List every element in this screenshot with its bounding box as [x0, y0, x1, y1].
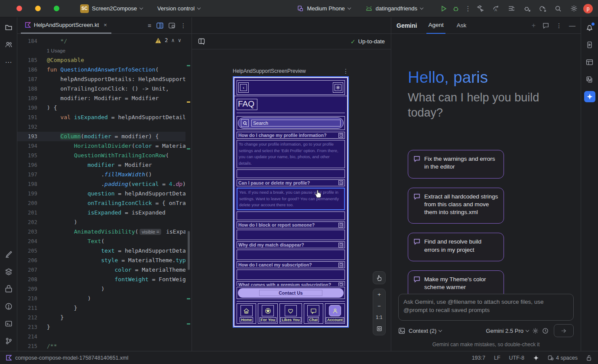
layers-tool-icon[interactable] — [3, 266, 14, 277]
zoom-to-fit-button[interactable] — [377, 326, 382, 332]
expand-icon[interactable] — [338, 180, 343, 185]
resource-manager-icon[interactable] — [584, 74, 595, 85]
inspections-widget[interactable]: 2 ∧ ∨ — [155, 37, 181, 43]
minimize-window-button[interactable] — [35, 6, 41, 11]
faq-answer[interactable] — [237, 270, 345, 280]
suggestion-card[interactable]: Fix the warnings and errors in the edito… — [408, 150, 504, 178]
tab-helpandsupportscreen[interactable]: HelpAndSupportScreen.kt × — [21, 17, 111, 34]
prompt-history-icon[interactable] — [542, 328, 549, 334]
split-editor-icon[interactable] — [156, 23, 163, 29]
chat-history-icon[interactable] — [543, 23, 549, 29]
running-devices-icon[interactable] — [584, 39, 595, 50]
user-avatar[interactable]: p — [583, 4, 593, 13]
new-chat-icon[interactable]: + — [532, 22, 536, 29]
layout-inspector-icon[interactable] — [584, 56, 595, 68]
next-problem-icon[interactable]: ∨ — [178, 37, 181, 43]
faq-question[interactable]: How do I change my profile information? — [237, 132, 345, 139]
file-encoding[interactable]: UTF-8 — [509, 355, 524, 361]
attach-image-icon[interactable] — [398, 328, 405, 334]
expand-icon[interactable] — [338, 133, 343, 138]
close-tab-icon[interactable]: × — [104, 22, 107, 28]
preview-options-kebab-icon[interactable]: ⋮ — [343, 68, 349, 75]
nav-item-home[interactable]: Home — [237, 303, 256, 324]
logcat-icon[interactable] — [505, 3, 517, 15]
expand-icon[interactable] — [338, 263, 343, 267]
maximize-window-button[interactable] — [54, 6, 59, 11]
compose-tool-icon[interactable] — [3, 249, 14, 260]
preview-name[interactable]: HelpAndSupportScreenPreview — [233, 68, 306, 74]
attach-debugger-icon[interactable] — [521, 3, 533, 15]
faq-answer[interactable] — [237, 250, 345, 260]
contact-us-button[interactable]: Contact Us — [238, 288, 344, 298]
run-configuration-selector[interactable]: datingandfriends — [365, 5, 423, 12]
gemini-prompt-input[interactable]: Ask Gemini, use @filename to attach sour… — [398, 294, 574, 321]
faq-question[interactable]: What comes with a premium subscription? — [237, 281, 345, 286]
send-button[interactable] — [554, 324, 574, 337]
code-editor[interactable]: 184 */1 Usage185@Composable186fun Questi… — [17, 34, 192, 351]
file-lock-icon[interactable] — [586, 355, 592, 361]
zoom-reset-button[interactable]: 1:1 — [376, 315, 382, 320]
expand-icon[interactable] — [338, 243, 343, 247]
search-everywhere-icon[interactable] — [552, 3, 564, 15]
usage-hint[interactable]: 1 Usage — [17, 46, 185, 55]
structure-view-icon[interactable]: ≡ — [148, 22, 151, 29]
project-selector[interactable]: SC Screen2Compose — [80, 4, 143, 13]
vcs-menu[interactable]: Version control — [157, 5, 200, 12]
gemini-options-kebab-icon[interactable]: ⋮ — [556, 22, 562, 29]
context-dropdown[interactable]: Context (2) — [409, 328, 442, 334]
indent-setting[interactable]: 4 spaces — [548, 355, 578, 361]
back-button[interactable]: ‹ — [238, 82, 249, 93]
zoom-in-button[interactable]: + — [377, 292, 381, 297]
expand-icon[interactable] — [338, 283, 343, 286]
preview-layout-icon[interactable] — [198, 38, 205, 45]
sync-translations-icon[interactable]: A — [490, 3, 502, 15]
window-controls[interactable] — [16, 6, 59, 11]
gradle-sync-icon[interactable] — [536, 3, 549, 15]
tab-ask[interactable]: Ask — [455, 17, 468, 34]
search-input[interactable]: Search — [251, 120, 341, 127]
editor-scrollbar[interactable] — [188, 231, 190, 270]
faq-question[interactable]: How do I cancel my subscription? — [237, 261, 345, 268]
nav-item-account[interactable]: Account — [325, 303, 345, 324]
more-run-options-icon[interactable]: ⋮ — [462, 3, 474, 15]
suggestion-card[interactable]: Extract all hardcoded strings from this … — [408, 188, 504, 224]
build-run-icon[interactable] — [474, 3, 486, 15]
phone-preview[interactable]: ‹ FAQ Search How — [233, 76, 349, 328]
design-view-icon[interactable] — [169, 23, 175, 29]
nav-item-likesyou[interactable]: Likes You — [280, 303, 302, 324]
debug-button[interactable] — [450, 3, 462, 15]
faq-answer[interactable]: To change your profile information, go t… — [237, 140, 345, 168]
gemini-spark-icon[interactable] — [584, 91, 595, 102]
editor-options-kebab-icon[interactable]: ⋮ — [180, 22, 186, 29]
caret-position[interactable]: 193:7 — [472, 355, 485, 361]
problems-tool-icon[interactable] — [3, 301, 14, 312]
model-dropdown[interactable]: Gemini 2.5 Pro — [486, 328, 529, 334]
gemini-status-spark-icon[interactable] — [533, 355, 539, 361]
terminal-tool-icon[interactable] — [3, 318, 14, 329]
faq-question[interactable]: How do I block or report someone? — [237, 221, 345, 228]
settings-button[interactable] — [333, 82, 343, 93]
more-tool-windows-icon[interactable]: ⋯ — [3, 56, 14, 68]
zoom-out-button[interactable]: − — [377, 303, 381, 309]
build-tool-icon[interactable] — [3, 283, 14, 295]
error-stripe[interactable] — [185, 34, 192, 351]
gemini-settings-gear-icon[interactable] — [532, 328, 539, 334]
expand-icon[interactable] — [338, 223, 343, 228]
device-selector[interactable]: Medium Phone — [297, 5, 350, 12]
hide-panel-icon[interactable]: — — [569, 22, 575, 29]
suggestion-card[interactable]: Make my Theme's color scheme warmer — [408, 270, 504, 294]
line-separator[interactable]: LF — [494, 355, 500, 361]
faq-question[interactable]: Why did my match disappear? — [237, 241, 345, 248]
suggestion-card[interactable]: Find and resolve build errors in my proj… — [408, 233, 504, 261]
tab-agent[interactable]: Agent — [426, 17, 445, 34]
search-bar[interactable]: Search — [238, 117, 344, 129]
faq-question[interactable]: Can I pause or delete my profile? — [237, 179, 345, 186]
nav-item-foryou[interactable]: For You — [258, 303, 277, 324]
prev-problem-icon[interactable]: ∧ — [172, 37, 175, 43]
run-button[interactable] — [438, 3, 450, 15]
status-file[interactable]: compose-compose-model-1758748140651.xml — [6, 355, 128, 361]
nav-item-chat[interactable]: Chat — [304, 303, 323, 324]
preview-canvas[interactable]: HelpAndSupportScreenPreview ⋮ ‹ FAQ — [192, 49, 391, 351]
close-window-button[interactable] — [16, 6, 22, 11]
faq-answer[interactable] — [237, 230, 345, 240]
